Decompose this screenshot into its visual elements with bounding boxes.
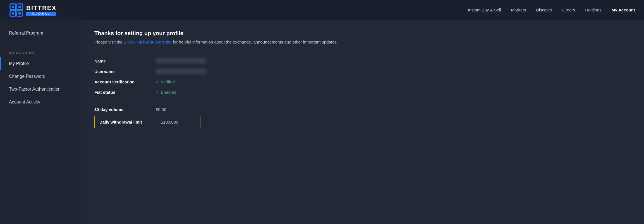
verification-value: ✓ Verified [156, 80, 175, 84]
banner-title: Thanks for setting up your profile [94, 30, 631, 37]
username-value [156, 69, 206, 74]
logo[interactable]: BITTREX GLOBAL [9, 3, 56, 17]
banner-text-before: Please visit the [94, 40, 124, 44]
username-label: Username [94, 69, 156, 74]
fiat-value: ✓ Enabled [156, 90, 176, 95]
support-site-link[interactable]: Bittrex Global support site [124, 40, 172, 44]
svg-rect-0 [9, 3, 23, 17]
withdrawal-limit-row: Daily withdrawal limit $100,000 [94, 116, 200, 128]
sidebar-item-two-factor[interactable]: Two-Factor Authentication [0, 83, 81, 96]
nav-holdings[interactable]: Holdings [585, 8, 601, 12]
header-left: BITTREX GLOBAL [9, 3, 56, 17]
main-content: Thanks for setting up your profile Pleas… [81, 20, 644, 224]
verification-status: Verified [161, 80, 175, 84]
sidebar-item-change-password[interactable]: Change Password [0, 70, 81, 83]
svg-rect-7 [12, 12, 14, 15]
name-label: Name [94, 59, 156, 63]
logo-icon [9, 3, 23, 17]
withdrawal-label: Daily withdrawal limit [99, 120, 161, 124]
nav-instant-buy-sell[interactable]: Instant Buy & Sell [468, 8, 501, 12]
fiat-label: Fiat status [94, 90, 156, 95]
sidebar-divider [0, 43, 81, 43]
fiat-status: Enabled [161, 90, 176, 95]
banner-text-after: for helpful information about the exchan… [172, 40, 338, 44]
volume-value: $0.00 [156, 107, 166, 112]
header: BITTREX GLOBAL Instant Buy & Sell Market… [0, 0, 644, 20]
sidebar-item-my-profile[interactable]: My Profile [0, 57, 81, 70]
profile-info: Name Username Account verification ✓ Ver… [94, 56, 631, 128]
check-icon: ✓ [156, 80, 159, 84]
header-nav: Instant Buy & Sell Markets Discover Orde… [468, 8, 635, 12]
sidebar-section-label: MY ACCOUNT [0, 47, 81, 57]
sidebar-item-label: Change Password [9, 74, 46, 79]
stats-divider [94, 101, 631, 101]
logo-text: BITTREX GLOBAL [26, 4, 56, 16]
name-value [156, 58, 206, 63]
profile-setup-banner: Thanks for setting up your profile Pleas… [94, 30, 631, 45]
verification-label: Account verification [94, 80, 156, 84]
volume-row: 30-day volume $0.00 [94, 104, 631, 115]
sidebar: Referral Program MY ACCOUNT My Profile C… [0, 20, 81, 224]
fiat-status-row: Fiat status ✓ Enabled [94, 87, 631, 97]
nav-orders[interactable]: Orders [562, 8, 575, 12]
svg-rect-5 [12, 6, 14, 8]
sidebar-item-account-activity[interactable]: Account Activity [0, 96, 81, 109]
withdrawal-value: $100,000 [161, 120, 178, 124]
volume-label: 30-day volume [94, 107, 156, 112]
name-row: Name [94, 56, 631, 66]
svg-rect-8 [18, 12, 21, 15]
sidebar-item-referral[interactable]: Referral Program [0, 27, 81, 40]
logo-subtitle: GLOBAL [26, 12, 56, 16]
check-icon-2: ✓ [156, 90, 159, 95]
sidebar-item-label: My Profile [9, 61, 29, 66]
logo-brand: BITTREX [26, 4, 56, 12]
verification-row: Account verification ✓ Verified [94, 77, 631, 87]
nav-discover[interactable]: Discover [536, 8, 552, 12]
main-layout: Referral Program MY ACCOUNT My Profile C… [0, 20, 644, 224]
username-row: Username [94, 66, 631, 77]
nav-my-account[interactable]: My Account [612, 8, 635, 12]
sidebar-item-label: Account Activity [9, 100, 40, 105]
sidebar-item-label: Two-Factor Authentication [9, 87, 61, 92]
nav-markets[interactable]: Markets [511, 8, 526, 12]
banner-text: Please visit the Bittrex Global support … [94, 39, 631, 45]
svg-rect-6 [18, 6, 21, 8]
